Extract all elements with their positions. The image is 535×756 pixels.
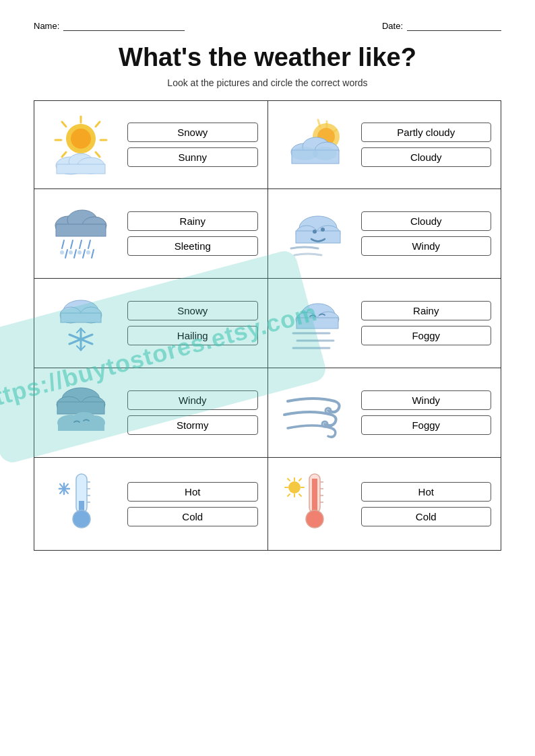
wind-lines-icon xyxy=(278,382,352,443)
option-partly-cloudy[interactable]: Partly cloudy xyxy=(361,123,492,142)
option-sleeting[interactable]: Sleeting xyxy=(127,236,258,256)
cell-cold-thermo: Hot Cold xyxy=(34,458,268,550)
cell-partly-cloudy: Partly cloudy Cloudy xyxy=(268,101,501,188)
rainy-icon xyxy=(44,200,118,267)
svg-point-76 xyxy=(73,510,90,528)
option-windy-2[interactable]: Windy xyxy=(127,390,258,410)
svg-rect-86 xyxy=(312,479,317,513)
snowy-icon xyxy=(44,289,118,357)
partly-cloudy-icon xyxy=(278,113,352,177)
option-foggy-2[interactable]: Foggy xyxy=(361,415,492,435)
option-rainy-1[interactable]: Rainy xyxy=(127,211,258,231)
grid-row-3: Snowy Hailing xyxy=(34,279,501,368)
option-cloudy-1[interactable]: Cloudy xyxy=(361,147,492,167)
cell-rainy: Rainy Sleeting xyxy=(34,189,268,278)
rainy-options: Rainy Sleeting xyxy=(127,211,258,256)
grid-row-5: Hot Cold xyxy=(34,458,501,550)
option-rainy-2[interactable]: Rainy xyxy=(361,301,492,320)
svg-line-35 xyxy=(92,250,94,258)
svg-point-23 xyxy=(313,147,337,160)
cold-thermometer-icon xyxy=(44,469,118,539)
cell-stormy: Windy Stormy xyxy=(34,368,268,457)
cell-foggy: Rainy Foggy xyxy=(268,279,501,368)
page: https://buytostores.etsy.com Name: Date:… xyxy=(0,0,535,756)
svg-point-36 xyxy=(60,250,64,254)
svg-point-37 xyxy=(69,250,73,254)
cell-windy-cloud: Cloudy Windy xyxy=(268,189,501,278)
svg-line-96 xyxy=(299,494,301,496)
name-input-line[interactable] xyxy=(63,20,185,31)
svg-rect-60 xyxy=(296,318,338,329)
header: Name: Date: xyxy=(34,20,501,31)
page-title: What's the weather like? xyxy=(34,43,501,72)
date-field: Date: xyxy=(382,20,501,31)
name-field: Name: xyxy=(34,20,185,31)
svg-point-39 xyxy=(86,250,90,254)
date-input-line[interactable] xyxy=(407,20,501,31)
svg-line-32 xyxy=(65,250,67,258)
partly-cloudy-options: Partly cloudy Cloudy xyxy=(361,123,492,167)
svg-rect-27 xyxy=(56,224,106,236)
option-snowy-1[interactable]: Snowy xyxy=(127,123,258,142)
option-windy-1[interactable]: Windy xyxy=(361,236,492,256)
option-windy-3[interactable]: Windy xyxy=(361,390,492,410)
svg-line-95 xyxy=(288,494,290,496)
windy-cloud-icon xyxy=(278,200,352,267)
svg-line-4 xyxy=(62,122,66,127)
svg-line-6 xyxy=(62,152,66,157)
svg-line-1 xyxy=(96,122,100,127)
svg-point-88 xyxy=(288,481,301,493)
cell-wind-lines: Windy Foggy xyxy=(268,368,501,457)
option-stormy[interactable]: Stormy xyxy=(127,415,258,435)
svg-line-93 xyxy=(288,479,290,481)
windy-cloud-options: Cloudy Windy xyxy=(361,211,492,256)
svg-line-29 xyxy=(71,240,73,248)
svg-point-8 xyxy=(71,129,91,149)
option-cold-2[interactable]: Cold xyxy=(361,507,492,526)
hot-thermo-options: Hot Cold xyxy=(361,482,492,526)
page-subtitle: Look at the pictures and circle the corr… xyxy=(34,77,501,88)
grid-row-4: Windy Stormy Wind xyxy=(34,368,501,458)
option-snowy-2[interactable]: Snowy xyxy=(127,301,258,320)
svg-line-31 xyxy=(88,240,90,248)
svg-line-34 xyxy=(83,250,85,258)
svg-line-3 xyxy=(96,152,100,157)
cell-hot-thermo: Hot Cold xyxy=(268,458,501,550)
svg-line-30 xyxy=(80,240,82,248)
svg-rect-67 xyxy=(57,402,104,414)
grid-row-2: Rainy Sleeting xyxy=(34,189,501,279)
snowy-options: Snowy Hailing xyxy=(127,301,258,345)
option-hot-1[interactable]: Hot xyxy=(127,482,258,502)
option-hailing[interactable]: Hailing xyxy=(127,326,258,345)
cold-thermo-options: Hot Cold xyxy=(127,482,258,526)
date-label: Date: xyxy=(382,21,403,31)
stormy-options: Windy Stormy xyxy=(127,390,258,435)
option-hot-2[interactable]: Hot xyxy=(361,482,492,502)
wind-options: Windy Foggy xyxy=(361,390,492,435)
svg-point-45 xyxy=(321,228,325,232)
option-cloudy-2[interactable]: Cloudy xyxy=(361,211,492,231)
option-cold-1[interactable]: Cold xyxy=(127,507,258,526)
svg-point-38 xyxy=(77,250,82,254)
cell-snowy: Snowy Hailing xyxy=(34,279,268,368)
svg-rect-71 xyxy=(58,421,104,431)
svg-point-87 xyxy=(306,510,323,528)
svg-point-44 xyxy=(313,230,317,234)
svg-line-33 xyxy=(74,250,76,258)
foggy-options: Rainy Foggy xyxy=(361,301,492,345)
weather-grid: Snowy Sunny xyxy=(34,100,501,551)
option-foggy-1[interactable]: Foggy xyxy=(361,326,492,345)
sunny-options: Snowy Sunny xyxy=(127,123,258,167)
hot-thermometer-icon xyxy=(278,469,352,539)
sunny-icon xyxy=(44,113,118,177)
svg-rect-49 xyxy=(61,313,101,322)
grid-row-1: Snowy Sunny xyxy=(34,101,501,189)
cell-sunny: Snowy Sunny xyxy=(34,101,268,188)
svg-line-28 xyxy=(62,240,64,248)
stormy-icon xyxy=(44,379,118,446)
svg-line-94 xyxy=(299,479,301,481)
svg-rect-12 xyxy=(57,164,105,174)
option-sunny[interactable]: Sunny xyxy=(127,147,258,167)
foggy-icon xyxy=(278,289,352,357)
name-label: Name: xyxy=(34,21,59,31)
